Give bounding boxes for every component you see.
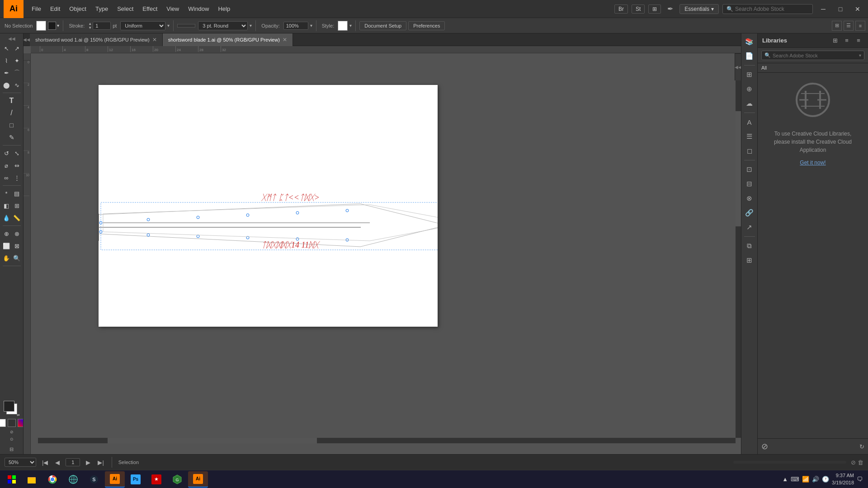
h-scrollbar-thumb[interactable] [108, 438, 317, 443]
menu-help[interactable]: Help [213, 0, 235, 18]
preferences-button[interactable]: Preferences [408, 21, 445, 30]
tab-2[interactable]: shortsword blade 1.ai @ 50% (RGB/GPU Pre… [163, 33, 293, 46]
cc-status-icon[interactable]: ⊘ [761, 441, 768, 451]
copy-icon[interactable]: ⊞ [743, 254, 756, 267]
panel-list-view[interactable]: ≡ [842, 36, 852, 46]
menu-select[interactable]: Select [113, 0, 138, 18]
slice-tool[interactable]: ⊠ [12, 240, 22, 252]
eyedropper-tool[interactable]: 💧 [1, 212, 11, 224]
pen-tool[interactable]: ✒ [1, 67, 11, 79]
shape-builder-tool[interactable]: ⊗ [12, 228, 22, 239]
menu-window[interactable]: Window [184, 0, 213, 18]
taskbar-file-explorer[interactable] [22, 471, 42, 488]
color-guide-icon[interactable]: ⊙ [9, 436, 14, 442]
lasso-tool[interactable]: ⌇ [1, 55, 11, 66]
panel-menu[interactable]: ≡ [854, 36, 863, 46]
search-input[interactable] [735, 6, 807, 12]
taskbar-up-icon[interactable]: ▲ [782, 476, 788, 483]
taskbar-illustrator2[interactable]: Ai [188, 471, 208, 488]
crop-tool[interactable]: ⊕ [1, 228, 11, 239]
toolbar-collapse-arrow[interactable]: ◀◀ [7, 35, 16, 42]
white-swatch[interactable] [0, 419, 6, 427]
stroke-value-input[interactable] [93, 22, 111, 30]
close-button[interactable]: ✕ [851, 2, 864, 16]
black-swatch[interactable] [8, 419, 16, 427]
type-tool[interactable]: T [1, 95, 22, 107]
fill-swatch[interactable] [36, 21, 46, 31]
blend-tool[interactable]: ∞ [1, 172, 11, 183]
menu-view[interactable]: View [162, 0, 184, 18]
style-swatch[interactable] [338, 21, 348, 31]
none-indicator[interactable]: ⊘ [9, 429, 14, 435]
panel-tab-all[interactable]: All [761, 65, 767, 70]
zoom-select[interactable]: 50% 100% 150% 200% [5, 458, 36, 467]
width-tool[interactable]: ⇔ [12, 160, 22, 171]
page-number-input[interactable] [66, 458, 80, 466]
warp-tool[interactable]: ⌀ [1, 160, 11, 171]
color-swatch[interactable] [18, 419, 24, 427]
panel-search-dropdown-icon[interactable]: ▾ [859, 53, 861, 58]
select-tool[interactable]: ↖ [1, 42, 11, 54]
doc-setup-button[interactable]: Document Setup [359, 21, 406, 30]
align-grid-btn[interactable]: ⊞ [832, 21, 842, 31]
maximize-button[interactable]: □ [834, 2, 847, 16]
minimize-button[interactable]: ─ [816, 2, 830, 16]
column-graph-tool[interactable]: ⋮ [12, 172, 22, 183]
tab-1-close[interactable]: ✕ [152, 37, 157, 43]
tabs-scroll-left[interactable]: ◀◀ [24, 33, 30, 46]
tab-2-close[interactable]: ✕ [283, 37, 287, 43]
scale-tool[interactable]: ⤡ [12, 147, 22, 159]
stroke-down-arrow[interactable]: ▼ [88, 26, 92, 30]
panel-search-container[interactable]: 🔍 ▾ [761, 51, 864, 60]
paragraph-icon[interactable]: ☰ [743, 130, 756, 143]
direct-select-tool[interactable]: ↗ [12, 42, 22, 54]
bridge-btn[interactable]: Br [614, 5, 628, 14]
panel-search-input[interactable] [773, 53, 859, 58]
stroke-up-arrow[interactable]: ▲ [88, 22, 92, 26]
gradient-tool[interactable]: ◧ [1, 200, 11, 211]
stock-btn[interactable]: St [632, 5, 645, 14]
measure-tool[interactable]: 📏 [12, 212, 22, 224]
align-v-btn[interactable]: ≡ [855, 21, 865, 31]
taskbar-red-app[interactable]: ★ [146, 471, 166, 488]
taskbar-network[interactable] [63, 471, 83, 488]
layers-icon[interactable]: ⊕ [743, 83, 756, 95]
status-trash-icon[interactable]: 🗑 [858, 459, 863, 466]
nav-prev[interactable]: ◀ [54, 458, 61, 467]
fg-color-swatch[interactable] [4, 401, 14, 412]
pencil-tool[interactable]: ✎ [1, 131, 22, 143]
stack2-icon[interactable]: ⧉ [743, 239, 756, 252]
status-cc-icon[interactable]: ⊘ [851, 459, 856, 466]
tab-1[interactable]: shortsword wood 1.ai @ 150% (RGB/GPU Pre… [30, 33, 163, 46]
brush-tool[interactable]: ⬤ [1, 79, 11, 91]
v-scrollbar-thumb[interactable] [736, 111, 741, 226]
magic-wand-tool[interactable]: ✦ [12, 55, 22, 66]
canvas-scroll-area[interactable]: ᚷᛗᛏ ᛈᛏ<<ᛏᛞᚷ> ᛏᛞᚷᛞᛞᚷ14 11ᛞᚷ [31, 53, 741, 443]
adobe-stock-search[interactable]: 🔍 [722, 4, 813, 14]
taskbar-steam[interactable]: S [84, 471, 104, 488]
nav-last[interactable]: ▶| [96, 458, 105, 467]
pathfinder-icon[interactable]: ⊗ [743, 192, 756, 205]
h-scrollbar[interactable] [38, 438, 736, 443]
opacity-input[interactable] [283, 22, 308, 30]
rotate-tool[interactable]: ↺ [1, 147, 11, 159]
cc-get-now-link[interactable]: Get it now! [800, 160, 826, 166]
brush-select[interactable]: 3 pt. Round [198, 21, 248, 30]
panel-grid-view[interactable]: ⊞ [830, 36, 840, 46]
stroke-type-select[interactable]: Uniform [120, 21, 165, 30]
artboards-icon[interactable]: ☁ [743, 97, 756, 110]
taskbar-photoshop[interactable]: Ps [126, 471, 146, 488]
rect-tool[interactable]: □ [1, 119, 22, 131]
assets-icon[interactable]: 📄 [743, 50, 756, 62]
link-icon[interactable]: 🔗 [743, 206, 756, 219]
taskbar-illustrator1[interactable]: Ai [105, 471, 125, 488]
libraries-icon[interactable]: 📚 [743, 35, 756, 48]
zoom-tool[interactable]: 🔍 [12, 252, 22, 264]
opentype-icon[interactable]: ◻ [743, 145, 756, 157]
hand-tool[interactable]: ✋ [1, 252, 11, 264]
menu-type[interactable]: Type [91, 0, 113, 18]
taskbar-notification-icon[interactable]: 🗨 [857, 476, 863, 483]
stroke-swatch[interactable] [48, 22, 56, 30]
brush-icon[interactable]: ✒ [665, 4, 676, 14]
stack-icon[interactable]: ⊟ [9, 446, 14, 452]
